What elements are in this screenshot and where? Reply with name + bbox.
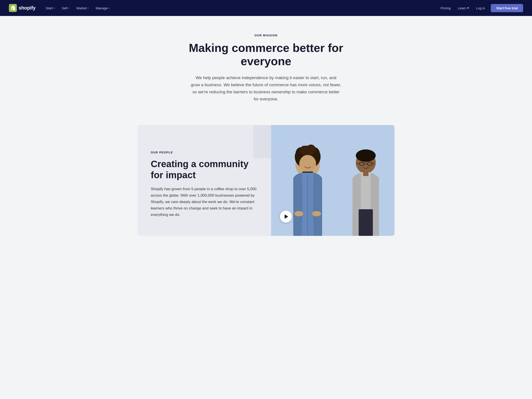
- play-icon: [285, 214, 288, 219]
- mission-title: Making commerce better for everyone: [177, 41, 355, 68]
- logo-text: shopify: [19, 5, 35, 11]
- primary-nav: Start ▾ Sell ▾ Market ▾ Manage ▾: [43, 4, 437, 12]
- nav-item-sell[interactable]: Sell ▾: [59, 4, 72, 12]
- chevron-down-icon: ▾: [68, 7, 69, 9]
- chevron-down-icon: ▾: [109, 7, 110, 9]
- logo[interactable]: shopify: [9, 4, 35, 12]
- people-card: OUR PEOPLE Creating a community for impa…: [137, 125, 395, 236]
- people-image-column: [271, 125, 395, 236]
- chevron-down-icon: ▾: [54, 7, 55, 9]
- svg-point-16: [312, 211, 321, 216]
- mission-section: OUR MISSION Making commerce better for e…: [0, 16, 532, 125]
- start-free-trial-button[interactable]: Start free trial: [491, 4, 523, 12]
- people-eyebrow: OUR PEOPLE: [151, 151, 258, 154]
- svg-rect-26: [359, 209, 373, 236]
- chevron-down-icon: ▾: [88, 7, 89, 9]
- nav-item-manage[interactable]: Manage ▾: [93, 4, 113, 12]
- svg-rect-0: [9, 4, 17, 12]
- svg-point-18: [356, 149, 376, 162]
- mission-eyebrow: OUR MISSION: [9, 34, 523, 37]
- people-text-column: OUR PEOPLE Creating a community for impa…: [137, 125, 271, 236]
- people-section: OUR PEOPLE Creating a community for impa…: [0, 125, 532, 249]
- svg-point-9: [299, 155, 316, 173]
- mission-description: We help people achieve independence by m…: [191, 74, 341, 103]
- person-left-figure: [282, 138, 333, 236]
- nav-pricing[interactable]: Pricing: [437, 4, 454, 12]
- people-image: [271, 125, 395, 236]
- people-title: Creating a community for impact: [151, 158, 258, 181]
- play-button[interactable]: [280, 211, 292, 222]
- nav-learn[interactable]: Learn ▾: [455, 4, 472, 12]
- shopify-logo-icon: [9, 4, 17, 12]
- people-description: Shopify has grown from 5 people in a cof…: [151, 186, 258, 218]
- nav-login[interactable]: Log in: [473, 4, 488, 12]
- person-right-figure: [344, 143, 388, 236]
- nav-item-start[interactable]: Start ▾: [43, 4, 58, 12]
- navigation: shopify Start ▾ Sell ▾ Market ▾ Manage ▾…: [0, 0, 532, 16]
- svg-point-15: [294, 211, 303, 216]
- secondary-nav: Pricing Learn ▾ Log in Start free trial: [437, 4, 523, 12]
- chevron-down-icon: ▾: [467, 6, 469, 10]
- svg-rect-25: [363, 171, 368, 176]
- people-card-inner: OUR PEOPLE Creating a community for impa…: [137, 125, 395, 236]
- nav-item-market[interactable]: Market ▾: [73, 4, 92, 12]
